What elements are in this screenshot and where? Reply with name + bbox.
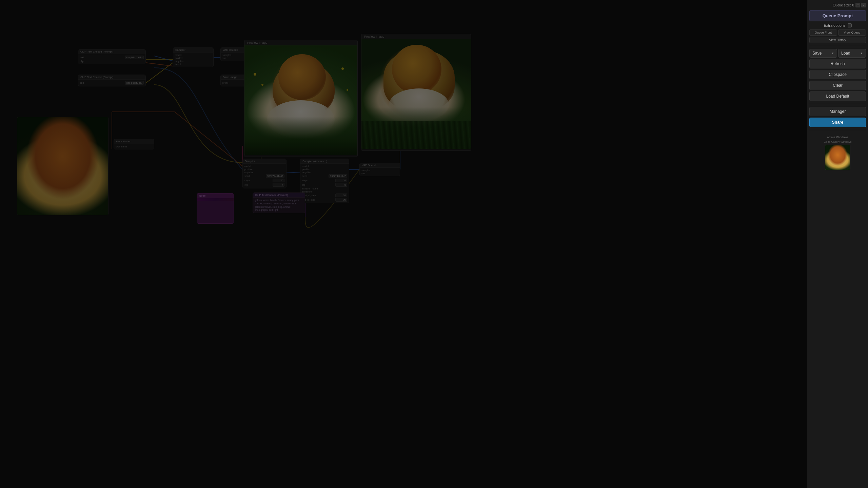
node-row: end_at_step (302, 198, 347, 202)
preview-panel-right: Preview Image (361, 34, 471, 151)
preview-title-left: Preview Image (244, 40, 357, 45)
manager-button[interactable]: Manager (809, 107, 866, 116)
queue-icon-2[interactable]: × (861, 3, 866, 7)
adv-end[interactable] (335, 198, 347, 202)
node-row: positive (244, 168, 284, 171)
adv-steps[interactable] (335, 179, 347, 182)
load-button[interactable]: Load ▼ (838, 49, 866, 58)
view-history-button[interactable]: View History (809, 37, 866, 43)
svg-line-12 (175, 112, 242, 166)
preview-image-right (361, 39, 471, 149)
preview-title-right: Preview Image (361, 34, 471, 39)
svg-line-5 (287, 172, 300, 173)
node-title-vae-2: VAE Decode (360, 163, 400, 168)
preview-panel-left: Preview Image (244, 40, 358, 157)
load-label: Load (841, 51, 850, 56)
extra-options-label: Extra options (824, 23, 845, 27)
node-body-clip-lower: golden, warm, bokeh, flowers, sunny, par… (253, 198, 305, 213)
node-title-clip-lower: CLIP Text Encode (Prompt) (253, 193, 305, 198)
node-sampler-advanced[interactable]: Sampler (Advanced) model positive negati… (300, 159, 349, 203)
right-sidebar: Queue size: 0 ☰ × Queue Prompt Extra opt… (807, 0, 868, 488)
clip-text-input-1[interactable] (125, 56, 144, 59)
node-title-base-model: Base Model (114, 139, 154, 144)
node-canvas[interactable]: CLIP Text Encode (Prompt) text clip CLIP… (0, 0, 868, 488)
node-row: positive (302, 168, 347, 171)
clear-button[interactable]: Clear (809, 81, 866, 90)
extra-options-row: Extra options (809, 23, 866, 28)
queue-size-row: Queue size: 0 ☰ × (809, 3, 866, 7)
blob-body (197, 198, 234, 201)
node-title-clip-1: CLIP Text Encode (Prompt) (78, 49, 145, 54)
node-row: ckpt_name (116, 145, 152, 148)
sampler-steps[interactable] (273, 179, 284, 182)
adv-seed[interactable] (329, 174, 347, 178)
divider-2 (809, 104, 866, 104)
save-load-row: Save ▼ Load ▼ (809, 49, 866, 58)
node-vae-decode-2[interactable]: VAE Decode samples vae (359, 163, 400, 176)
blob-title: Node (197, 194, 234, 198)
adv-cfg[interactable] (335, 183, 347, 187)
divider-1 (809, 46, 866, 46)
node-sampler-1[interactable]: Sampler model positive negative latent (173, 47, 214, 67)
prompt-text: golden, warm, bokeh, flowers, sunny, par… (255, 199, 303, 212)
node-row: steps (302, 178, 347, 183)
node-title-clip-2: CLIP Text Encode (Prompt) (78, 75, 145, 80)
node-base-model[interactable]: Base Model ckpt_name (114, 139, 154, 149)
load-default-button[interactable]: Load Default (809, 92, 866, 101)
node-clip-text-1[interactable]: CLIP Text Encode (Prompt) text clip (78, 49, 146, 64)
node-row: steps (244, 178, 284, 183)
extra-options-checkbox[interactable] (848, 23, 852, 27)
active-windows-label: Active Windows (827, 136, 849, 139)
thumbnail-area: Active Windows Go to Gallery Windows (809, 136, 866, 170)
node-row: cfg (244, 183, 284, 187)
save-label: Save (812, 51, 822, 56)
sampler-cfg[interactable] (273, 183, 284, 187)
node-sampler-2[interactable]: Sampler model positive negative seed ste… (242, 159, 287, 188)
save-button[interactable]: Save ▼ (809, 49, 837, 58)
queue-icons: ☰ × (855, 3, 866, 7)
node-clip-prompt-lower[interactable]: CLIP Text Encode (Prompt) golden, warm, … (253, 192, 305, 213)
node-row: clip (80, 60, 144, 63)
node-row: text (80, 55, 144, 60)
node-row: sampler_name (302, 187, 347, 190)
node-row: seed (244, 174, 284, 178)
svg-line-3 (154, 56, 173, 61)
load-dropdown-arrow[interactable]: ▼ (860, 52, 863, 55)
node-purple-blob[interactable]: Node (197, 193, 234, 224)
node-row: seed (302, 174, 347, 178)
node-row: positive (175, 57, 212, 60)
gallery-label: Go to Gallery Windows (824, 140, 852, 143)
node-clip-text-2[interactable]: CLIP Text Encode (Prompt) text (78, 75, 146, 86)
node-row: model (244, 165, 284, 168)
queue-prompt-button[interactable]: Queue Prompt (809, 10, 866, 21)
node-title-sampler-2: Sampler (243, 159, 286, 164)
node-row: latent (175, 63, 212, 66)
queue-icon-1[interactable]: ☰ (855, 3, 860, 7)
node-row: negative (175, 60, 212, 63)
svg-line-9 (146, 63, 173, 66)
node-row: cfg (302, 183, 347, 187)
sampler-seed[interactable] (266, 174, 284, 178)
queue-size-label: Queue size: (833, 3, 851, 7)
node-title-sampler-adv: Sampler (Advanced) (300, 159, 349, 164)
save-dropdown-arrow[interactable]: ▼ (831, 52, 834, 55)
node-title-sampler-1: Sampler (173, 48, 213, 53)
refresh-button[interactable]: Refresh (809, 59, 866, 68)
preview-image-left (244, 45, 357, 155)
node-row: model (175, 54, 212, 57)
clip-text-input-2[interactable] (125, 81, 144, 85)
queue-sub-buttons: Queue Front View Queue (809, 29, 866, 36)
thumbnail-image[interactable] (825, 145, 850, 170)
share-button[interactable]: Share (809, 118, 866, 127)
node-row: start_at_step (302, 193, 347, 198)
node-row: negative (244, 171, 284, 174)
queue-size-value: 0 (852, 3, 854, 7)
node-row: scheduler (302, 190, 347, 193)
queue-front-button[interactable]: Queue Front (809, 29, 837, 36)
clipspace-button[interactable]: Clipspace (809, 70, 866, 79)
small-dog-preview (17, 117, 108, 215)
node-row: negative (302, 171, 347, 174)
adv-start[interactable] (335, 194, 347, 197)
node-row: model (302, 165, 347, 168)
view-queue-button[interactable]: View Queue (838, 29, 866, 36)
